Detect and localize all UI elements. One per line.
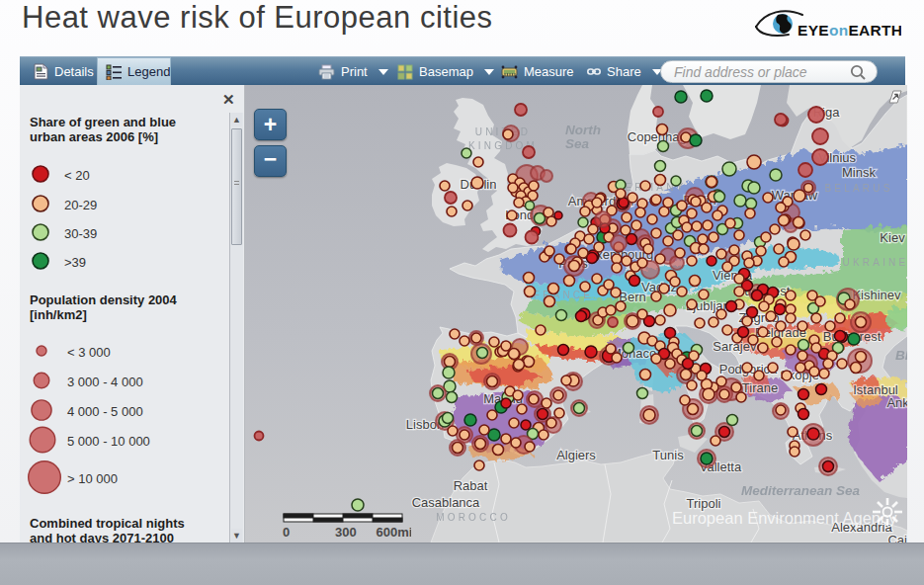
svg-text:UKRAINE: UKRAINE: [843, 257, 907, 268]
svg-text:Tunis: Tunis: [652, 448, 684, 462]
svg-text:Cairo: Cairo: [887, 533, 907, 543]
svg-text:600mi: 600mi: [377, 525, 411, 540]
svg-text:BELARUS: BELARUS: [824, 183, 892, 194]
svg-text:300: 300: [335, 525, 357, 540]
svg-text:Casablanca: Casablanca: [412, 495, 480, 510]
svg-text:Sea: Sea: [565, 136, 590, 151]
svg-text:Kiev: Kiev: [880, 230, 905, 245]
svg-text:Minsk: Minsk: [842, 165, 876, 180]
svg-text:North: North: [565, 123, 601, 137]
svg-text:0: 0: [283, 525, 290, 540]
svg-text:Mediterranean Sea: Mediterranean Sea: [741, 483, 861, 498]
svg-text:Tirane: Tirane: [742, 380, 778, 395]
svg-text:Black: Black: [895, 348, 907, 363]
svg-text:EYEonEARTH: EYEonEARTH: [798, 22, 901, 39]
svg-text:Rabat: Rabat: [454, 478, 488, 493]
svg-text:MOROCCO: MOROCCO: [436, 512, 511, 523]
svg-text:Algiers: Algiers: [556, 448, 596, 462]
svg-text:Ankara: Ankara: [886, 395, 907, 410]
